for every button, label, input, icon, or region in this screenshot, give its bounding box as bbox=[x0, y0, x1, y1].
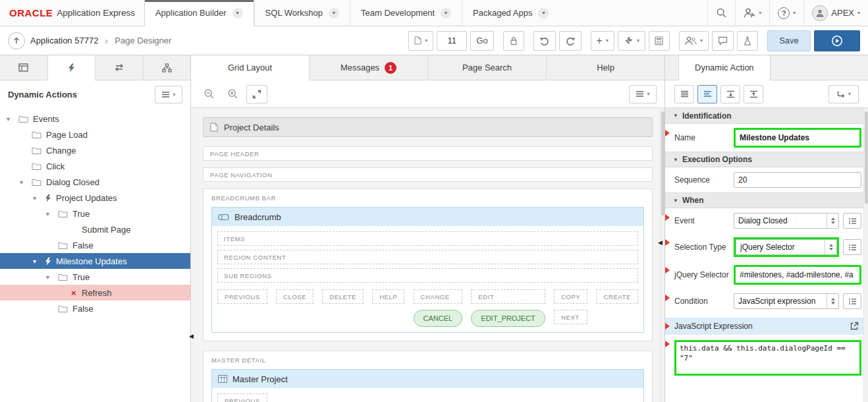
tree-item-true-2[interactable]: ▾ True bbox=[0, 269, 190, 285]
page-header-slot[interactable]: PAGE HEADER bbox=[203, 146, 653, 161]
position-create[interactable]: CREATE bbox=[596, 289, 637, 304]
topnav-tab-sql-workshop[interactable]: SQL Workshop ▾ bbox=[254, 0, 350, 26]
tree-expand-icon[interactable]: ▾ bbox=[20, 179, 32, 186]
chevron-down-icon[interactable]: ▾ bbox=[329, 8, 339, 18]
chevron-down-icon[interactable]: ▾ bbox=[538, 8, 549, 18]
tab-page-search[interactable]: Page Search bbox=[428, 55, 547, 80]
items-slot[interactable]: ITEMS bbox=[217, 231, 638, 246]
save-button[interactable]: Save bbox=[767, 30, 811, 51]
utilities-menu-button[interactable]: ▾ bbox=[618, 31, 645, 51]
chevron-down-icon[interactable]: ▾ bbox=[232, 8, 243, 18]
tree-expand-icon[interactable]: ▾ bbox=[46, 273, 58, 281]
topnav-tab-team-development[interactable]: Team Development ▾ bbox=[350, 0, 462, 26]
tree-item-project-updates[interactable]: ▾ Project Updates bbox=[0, 190, 190, 206]
comments-button[interactable] bbox=[712, 31, 734, 51]
layout-menu-button[interactable]: ▾ bbox=[629, 85, 657, 103]
tab-dynamic-action[interactable]: Dynamic Action bbox=[678, 55, 771, 80]
scrollbar-thumb[interactable] bbox=[865, 111, 868, 204]
breadcrumb-application-link[interactable]: Application 57772 bbox=[30, 36, 98, 45]
tree-expand-icon[interactable]: ▾ bbox=[7, 115, 18, 123]
cancel-button[interactable]: CANCEL bbox=[414, 310, 463, 327]
region-content-slot[interactable]: REGION CONTENT bbox=[217, 250, 638, 264]
position-previous[interactable]: PREVIOUS bbox=[217, 289, 267, 304]
topnav-tab-application-builder[interactable]: Application Builder ▾ bbox=[144, 0, 254, 26]
position-delete[interactable]: DELETE bbox=[322, 289, 364, 304]
tree-item-submit-page[interactable]: Submit Page bbox=[0, 221, 190, 237]
go-to-application-button[interactable] bbox=[8, 32, 25, 49]
tree-item-false-1[interactable]: False bbox=[0, 237, 190, 253]
javascript-expression-textarea[interactable]: this.data && this.data.dialogPageId == "… bbox=[674, 340, 861, 376]
tree-item-true-1[interactable]: ▾ True bbox=[0, 206, 190, 221]
event-lov-button[interactable] bbox=[843, 213, 861, 229]
selection-type-select[interactable]: jQuery Selector bbox=[736, 239, 837, 255]
shortcuts-button[interactable] bbox=[649, 31, 670, 51]
position-copy[interactable]: COPY bbox=[554, 289, 587, 304]
tab-dynamic-actions[interactable] bbox=[48, 55, 96, 80]
tree-item-events[interactable]: ▾ Events bbox=[0, 111, 190, 127]
project-details-region[interactable]: Project Details bbox=[203, 117, 653, 137]
select-stepper[interactable] bbox=[827, 294, 838, 308]
collapse-all-button[interactable] bbox=[720, 85, 740, 103]
tab-grid-layout[interactable]: Grid Layout bbox=[191, 55, 310, 80]
expand-layout-button[interactable] bbox=[246, 85, 267, 103]
run-page-button[interactable] bbox=[814, 30, 860, 51]
tree-menu-button[interactable]: ▾ bbox=[155, 86, 182, 103]
breadcrumb-region-header[interactable]: Breadcrumb bbox=[212, 208, 643, 226]
position-change[interactable]: CHANGE bbox=[414, 289, 463, 304]
position-close[interactable]: CLOSE bbox=[276, 289, 313, 304]
tree-item-dialog-closed[interactable]: ▾ Dialog Closed bbox=[0, 174, 190, 190]
page-navigation-slot[interactable]: PAGE NAVIGATION bbox=[203, 167, 653, 182]
tab-help[interactable]: Help bbox=[547, 55, 665, 80]
collapse-left-splitter-handle[interactable]: ◀ bbox=[189, 333, 194, 339]
position-edit[interactable]: EDIT bbox=[471, 289, 545, 304]
zoom-out-button[interactable] bbox=[199, 85, 219, 103]
group-when[interactable]: ▼ When bbox=[665, 192, 868, 208]
user-menu[interactable]: APEX ▾ bbox=[803, 0, 868, 26]
redo-button[interactable] bbox=[559, 31, 582, 51]
tab-processing[interactable] bbox=[95, 55, 144, 80]
open-code-editor-button[interactable] bbox=[846, 319, 863, 333]
collapse-right-splitter-handle[interactable]: ◀ bbox=[658, 239, 663, 246]
right-scrollbar[interactable] bbox=[863, 109, 868, 402]
go-to-group-button[interactable]: ▾ bbox=[828, 85, 859, 103]
debug-button[interactable] bbox=[737, 31, 758, 51]
position-help[interactable]: HELP bbox=[372, 289, 404, 304]
tree-expand-icon[interactable]: ▾ bbox=[33, 258, 45, 265]
show-all-button[interactable] bbox=[674, 85, 694, 103]
group-identification[interactable]: ▼ Identification bbox=[665, 108, 868, 124]
administration-menu[interactable]: ▾ bbox=[735, 0, 769, 26]
page-lock-button[interactable] bbox=[503, 31, 524, 51]
topnav-tab-packaged-apps[interactable]: Packaged Apps ▾ bbox=[462, 0, 559, 26]
help-menu[interactable]: ? ▾ bbox=[769, 0, 803, 26]
center-scrollbar[interactable] bbox=[660, 109, 665, 402]
page-number-input[interactable] bbox=[437, 31, 467, 51]
page-select-button[interactable]: ▾ bbox=[408, 31, 433, 51]
zoom-in-button[interactable] bbox=[223, 85, 242, 103]
position-next[interactable]: NEXT bbox=[554, 310, 587, 324]
tab-rendering[interactable] bbox=[0, 55, 48, 80]
create-menu-button[interactable]: + ▾ bbox=[591, 31, 614, 51]
undo-button[interactable] bbox=[533, 31, 556, 51]
search-button[interactable] bbox=[707, 0, 735, 26]
select-stepper[interactable] bbox=[827, 214, 838, 228]
tree-expand-icon[interactable]: ▾ bbox=[46, 210, 58, 217]
expand-all-button[interactable] bbox=[744, 85, 763, 103]
tree-item-milestone-updates[interactable]: ▾ Milestone Updates bbox=[0, 253, 190, 269]
scrollbar-thumb[interactable] bbox=[661, 111, 665, 215]
edit-project-button[interactable]: EDIT_PROJECT bbox=[471, 310, 545, 327]
tree-item-false-2[interactable]: False bbox=[0, 301, 190, 316]
chevron-down-icon[interactable]: ▾ bbox=[441, 8, 451, 18]
jquery-selector-input[interactable] bbox=[734, 265, 861, 285]
position-previous[interactable]: PREVIOUS bbox=[217, 393, 267, 402]
team-menu-button[interactable]: ▾ bbox=[679, 31, 709, 51]
show-common-button[interactable] bbox=[697, 85, 717, 103]
event-select[interactable]: Dialog Closed bbox=[734, 213, 839, 229]
tree-item-refresh[interactable]: × Refresh bbox=[0, 285, 190, 301]
tree-item-click[interactable]: Click bbox=[0, 158, 190, 174]
tree-expand-icon[interactable]: ▾ bbox=[33, 194, 45, 202]
name-input[interactable] bbox=[734, 128, 861, 148]
tree-item-change[interactable]: Change bbox=[0, 142, 190, 158]
master-project-region-header[interactable]: Master Project bbox=[212, 370, 643, 388]
tree-item-page-load[interactable]: Page Load bbox=[0, 127, 190, 142]
tab-shared-components[interactable] bbox=[144, 55, 191, 80]
